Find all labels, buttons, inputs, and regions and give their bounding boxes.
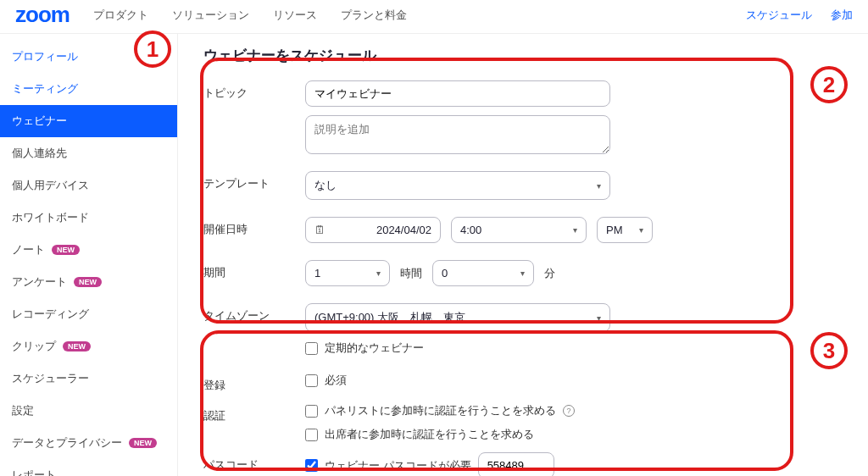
row-template: テンプレート なし ▾ — [203, 171, 834, 200]
topic-input[interactable] — [305, 80, 610, 107]
chevron-down-icon: ▾ — [376, 268, 381, 278]
timezone-value: (GMT+9:00) 大阪、札幌、東京 — [314, 310, 465, 325]
timezone-select[interactable]: (GMT+9:00) 大阪、札幌、東京 ▾ — [305, 303, 610, 332]
template-select[interactable]: なし ▾ — [305, 171, 610, 200]
nav-pricing[interactable]: プランと料金 — [341, 8, 407, 23]
sidebar-item-label: クリップ — [12, 339, 56, 354]
minutes-unit: 分 — [544, 266, 555, 281]
chevron-down-icon: ▾ — [597, 313, 601, 323]
new-badge-icon: NEW — [63, 341, 91, 351]
top-nav: zoom プロダクト ソリューション リソース プランと料金 スケジュール 参加 — [0, 0, 868, 34]
registration-required-checkbox[interactable] — [305, 374, 318, 387]
sidebar-item-whiteboard[interactable]: ホワイトボード — [0, 202, 177, 234]
auth-attendee-label: 出席者に参加時に認証を行うことを求める — [325, 427, 534, 442]
calendar-icon: 🗓 — [314, 224, 326, 236]
content: ウェビナーをスケジュール トピック テンプレート なし ▾ 開催日時 — [178, 34, 868, 476]
sidebar-item-devices[interactable]: 個人用デバイス — [0, 169, 177, 202]
row-topic: トピック — [203, 80, 834, 154]
row-passcode: パスコード ウェビナー パスコードが必要 — [203, 452, 834, 476]
nav-join[interactable]: 参加 — [831, 8, 853, 23]
time-select[interactable]: 4:00 ▾ — [451, 217, 587, 243]
date-value: 2024/04/02 — [376, 224, 431, 236]
auth-panelist-label: パネリストに参加時に認証を行うことを求める — [325, 403, 556, 418]
sidebar-item-contacts[interactable]: 個人連絡先 — [0, 137, 177, 169]
topnav-links: プロダクト ソリューション リソース プランと料金 — [93, 8, 407, 23]
zoom-logo: zoom — [15, 2, 70, 28]
help-icon[interactable]: ? — [563, 405, 575, 417]
hours-value: 1 — [314, 267, 320, 280]
sidebar-item-label: レコーディング — [12, 307, 89, 322]
new-badge-icon: NEW — [74, 277, 102, 287]
row-registration: 登録 必須 — [203, 373, 834, 393]
chevron-down-icon: ▾ — [639, 225, 643, 235]
sidebar-item-meeting[interactable]: ミーティング — [0, 73, 177, 105]
label-registration: 登録 — [203, 373, 305, 393]
passcode-input[interactable] — [478, 452, 554, 476]
passcode-required-checkbox[interactable] — [305, 459, 318, 472]
label-timezone: タイムゾーン — [203, 303, 305, 324]
sidebar-item-label: 設定 — [12, 403, 34, 418]
row-timezone: タイムゾーン (GMT+9:00) 大阪、札幌、東京 ▾ 定期的なウェビナー — [203, 303, 834, 356]
sidebar-item-label: データとプライバシー — [12, 435, 122, 451]
sidebar-item-label: スケジューラー — [12, 371, 89, 386]
passcode-required-label: ウェビナー パスコードが必要 — [325, 458, 471, 473]
nav-solution[interactable]: ソリューション — [172, 8, 249, 23]
sidebar: プロフィール ミーティング ウェビナー 個人連絡先 個人用デバイス ホワイトボー… — [0, 34, 178, 476]
label-auth: 認証 — [203, 403, 305, 423]
sidebar-item-profile[interactable]: プロフィール — [0, 41, 177, 73]
hours-select[interactable]: 1 ▾ — [305, 260, 390, 286]
ampm-select[interactable]: PM ▾ — [597, 217, 653, 243]
sidebar-item-report[interactable]: レポート — [0, 459, 177, 476]
sidebar-item-label: プロフィール — [12, 49, 78, 64]
sidebar-item-scheduler[interactable]: スケジューラー — [0, 363, 177, 395]
registration-required-label: 必須 — [325, 373, 347, 388]
row-duration: 期間 1 ▾ 時間 0 ▾ 分 — [203, 260, 834, 286]
sidebar-item-label: アンケート — [12, 274, 67, 290]
label-passcode: パスコード — [203, 452, 305, 473]
new-badge-icon: NEW — [52, 245, 80, 255]
sidebar-item-recording[interactable]: レコーディング — [0, 298, 177, 330]
page-title: ウェビナーをスケジュール — [203, 46, 834, 65]
sidebar-item-label: 個人用デバイス — [12, 178, 89, 193]
row-datetime: 開催日時 🗓 2024/04/02 4:00 ▾ PM ▾ — [203, 217, 834, 243]
recurring-label: 定期的なウェビナー — [325, 340, 424, 356]
chevron-down-icon: ▾ — [573, 225, 577, 235]
label-datetime: 開催日時 — [203, 217, 305, 237]
sidebar-item-notes[interactable]: ノート NEW — [0, 234, 177, 266]
new-badge-icon: NEW — [129, 438, 157, 448]
minutes-select[interactable]: 0 ▾ — [432, 260, 534, 286]
sidebar-item-clip[interactable]: クリップ NEW — [0, 330, 177, 363]
auth-attendee-checkbox[interactable] — [305, 429, 318, 441]
chevron-down-icon: ▾ — [520, 268, 525, 278]
description-textarea[interactable] — [305, 115, 610, 154]
auth-panelist-checkbox[interactable] — [305, 405, 318, 418]
sidebar-item-webinar[interactable]: ウェビナー — [0, 105, 177, 137]
label-topic: トピック — [203, 80, 305, 101]
sidebar-item-label: ミーティング — [12, 81, 78, 97]
topnav-right: スケジュール 参加 — [746, 8, 853, 23]
sidebar-item-settings[interactable]: 設定 — [0, 395, 177, 427]
template-value: なし — [314, 178, 337, 193]
recurring-checkbox[interactable] — [305, 342, 318, 355]
row-auth: 認証 パネリストに参加時に認証を行うことを求める ? 出席者に参加時に認証を行う… — [203, 403, 834, 442]
sidebar-item-label: ウェビナー — [12, 113, 67, 129]
nav-product[interactable]: プロダクト — [93, 8, 148, 23]
chevron-down-icon: ▾ — [597, 181, 601, 191]
minutes-value: 0 — [442, 267, 448, 280]
label-duration: 期間 — [203, 260, 305, 280]
nav-schedule[interactable]: スケジュール — [746, 8, 812, 23]
time-value: 4:00 — [460, 224, 481, 236]
hours-unit: 時間 — [400, 266, 422, 281]
sidebar-item-label: 個人連絡先 — [12, 146, 67, 161]
sidebar-item-data-privacy[interactable]: データとプライバシー NEW — [0, 427, 177, 459]
ampm-value: PM — [606, 224, 623, 236]
label-template: テンプレート — [203, 171, 305, 191]
sidebar-item-survey[interactable]: アンケート NEW — [0, 266, 177, 298]
sidebar-item-label: ノート — [12, 242, 45, 257]
date-picker[interactable]: 🗓 2024/04/02 — [305, 217, 441, 243]
sidebar-item-label: レポート — [12, 468, 56, 476]
sidebar-item-label: ホワイトボード — [12, 210, 89, 225]
nav-resource[interactable]: リソース — [273, 8, 317, 23]
